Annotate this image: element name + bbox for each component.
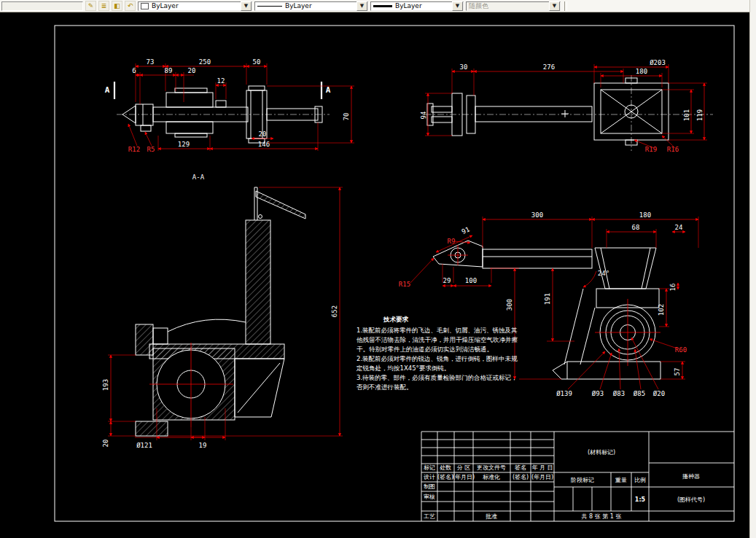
dim-30: 30 xyxy=(460,63,468,71)
tb-check-label: 审核 xyxy=(424,494,435,500)
lineweight-control[interactable]: ByLayer ▼ xyxy=(370,1,464,11)
tb-standardize-label: 标准化 xyxy=(483,474,500,480)
layer-states-icon: ◧ xyxy=(114,2,120,9)
layers-icon: ≣ xyxy=(101,2,107,9)
dim-191: 191 xyxy=(544,293,551,305)
dim-dia85: Ø85 xyxy=(634,390,645,397)
layer-current-icon: ✎ xyxy=(88,2,94,9)
dim-146: 146 xyxy=(258,141,270,148)
tb-standardize-date: (年月日) xyxy=(531,474,553,480)
dim-180-side: 180 xyxy=(639,211,651,219)
model-space-background[interactable] xyxy=(0,12,750,538)
dim-r5: R5 xyxy=(147,146,155,153)
dim-dia83: Ø83 xyxy=(613,390,625,397)
tb-part-name: 播种器 xyxy=(682,473,700,480)
dim-12: 12 xyxy=(217,77,225,85)
lineweight-sample-icon xyxy=(373,5,392,7)
plotstyle-value: 随颜色 xyxy=(469,1,549,11)
tech-req-line: 2.装配前必须对零件的锐边、锐角，进行倒钝，图样中未规 xyxy=(356,355,518,362)
plotstyle-control: 随颜色 ▼ xyxy=(466,1,561,11)
chevron-down-icon[interactable]: ▼ xyxy=(452,1,463,11)
dim-r19: R19 xyxy=(645,146,657,153)
tech-req-line: 3.待装的零、部件，必须有质量检验部门的合格证或标记， xyxy=(356,374,518,381)
section-mark-a-right: A xyxy=(326,85,331,95)
dim-300-top: 300 xyxy=(531,211,543,219)
tb-design-label: 设计 xyxy=(424,474,435,480)
tb-material-mark: (材料标记) xyxy=(588,449,615,456)
dim-r12: R12 xyxy=(128,146,140,153)
dim-121: Ø121 xyxy=(136,442,152,449)
dim-dia20: Ø20 xyxy=(653,390,665,397)
tech-req-line: 干。特别对零件上的油道必须切实达到清洁畅通。 xyxy=(356,346,493,353)
chevron-down-icon: ▼ xyxy=(549,1,560,11)
color-value: ByLayer xyxy=(152,2,241,9)
tech-req-title: 技术要求 xyxy=(383,316,409,323)
make-layer-current-button[interactable]: ✎ xyxy=(85,1,96,11)
layers-button[interactable]: ≣ xyxy=(98,1,109,11)
dim-19: 19 xyxy=(199,442,207,449)
dim-angle-24: 24° xyxy=(598,270,609,277)
tb-sheet-info: 共 8 张 第 1 张 xyxy=(582,513,622,520)
scrollbar[interactable] xyxy=(749,0,756,538)
dim-652: 652 xyxy=(331,305,338,317)
tb-design-sign: (签名) xyxy=(437,474,453,480)
dim-101: 101 xyxy=(683,109,690,121)
dim-193: 193 xyxy=(102,379,109,391)
dim-70: 70 xyxy=(343,113,350,121)
dim-276: 276 xyxy=(543,63,555,71)
dim-119: 119 xyxy=(696,109,704,121)
chevron-down-icon[interactable]: ▼ xyxy=(241,1,252,11)
tb-standardize-sign: (签名) xyxy=(513,474,529,480)
lineweight-value: ByLayer xyxy=(395,2,452,9)
layer-previous-icon: ↶ xyxy=(128,2,133,9)
toolbar-dock-area xyxy=(1,1,83,11)
dim-129: 129 xyxy=(178,141,190,148)
tb-rev-count: 处数 xyxy=(440,464,451,471)
dim-dia139: Ø139 xyxy=(556,390,572,397)
dim-100: 100 xyxy=(465,277,477,284)
tb-drawing-code: (图样代号) xyxy=(677,496,705,503)
cad-drawing-canvas[interactable]: A A 73 250 50 6 89 20 12 70 20 129 146 R… xyxy=(0,0,756,538)
linetype-control[interactable]: ByLayer ▼ xyxy=(254,1,368,11)
dim-203: Ø203 xyxy=(650,59,666,66)
tb-scale-value: 1:5 xyxy=(635,496,646,503)
dim-24: 24 xyxy=(675,224,683,231)
dim-180: 180 xyxy=(636,68,647,75)
tech-req-line: 1.装配前必须将零件的飞边、毛刺、切屑、油污、锈蚀及其 xyxy=(356,327,518,334)
dim-16: 16 xyxy=(669,284,677,292)
tech-req-line: 否则不准进行装配。 xyxy=(356,383,413,391)
layer-states-button[interactable]: ◧ xyxy=(112,1,122,11)
tb-draw-label: 制图 xyxy=(424,483,435,490)
tech-req-line: 定锐角处，均按1X45°要求倒钝。 xyxy=(356,364,450,372)
tb-approve-label: 批准 xyxy=(486,513,497,520)
dim-50: 50 xyxy=(253,58,261,66)
dim-6: 6 xyxy=(132,67,136,74)
color-control[interactable]: ByLayer ▼ xyxy=(138,1,252,11)
tb-stage-mark: 阶段标记 xyxy=(571,477,594,483)
object-properties-toolbar: ✎ ≣ ◧ ↶ ByLayer ▼ ByLayer ▼ ByLayer ▼ 随颜… xyxy=(0,0,750,12)
tech-req-line: 他残留不洁物去除，清洗干净，并用干燥压缩空气吹净并擦 xyxy=(356,336,518,343)
dim-300-vertical: 300 xyxy=(506,299,513,311)
tb-rev-zone: 分 区 xyxy=(457,464,471,471)
dim-250: 250 xyxy=(199,58,211,66)
tb-process-label: 工艺 xyxy=(424,513,435,520)
dim-73: 73 xyxy=(147,58,155,66)
dim-102: 102 xyxy=(658,304,665,316)
chevron-down-icon[interactable]: ▼ xyxy=(356,1,367,11)
tb-rev-mark: 标记 xyxy=(424,464,435,471)
tb-scale-label: 比例 xyxy=(634,477,646,483)
toolbar-separator xyxy=(564,1,567,11)
dim-r9: R9 xyxy=(448,238,456,245)
tb-rev-date: 年 月 日 xyxy=(531,464,553,471)
layer-previous-button[interactable]: ↶ xyxy=(125,1,136,11)
tb-rev-docno: 更改文件号 xyxy=(477,464,506,471)
tb-design-date: (年月日) xyxy=(453,474,475,480)
linetype-sample-icon xyxy=(257,6,282,7)
dim-20-section: 20 xyxy=(102,440,109,448)
dim-89: 89 xyxy=(165,67,173,74)
section-aa-label: A-A xyxy=(192,174,205,181)
tb-weight-label: 重量 xyxy=(615,477,627,483)
dim-dia93: Ø93 xyxy=(592,390,604,397)
tb-rev-sign: 签名 xyxy=(515,464,526,471)
dim-94: 94 xyxy=(420,112,427,120)
